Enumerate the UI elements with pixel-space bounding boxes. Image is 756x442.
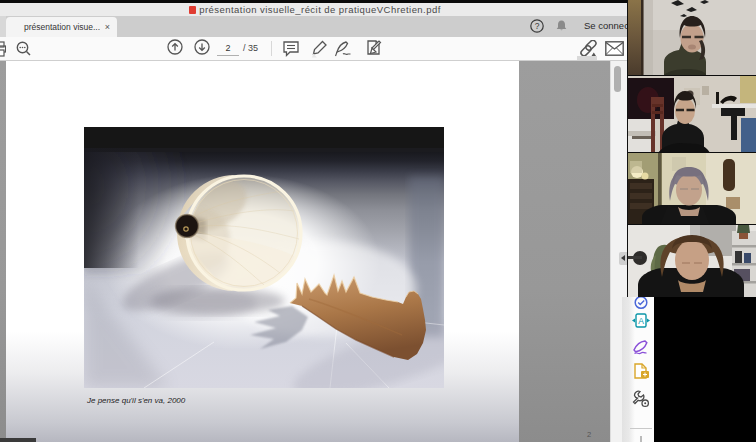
- svg-text:A: A: [638, 316, 644, 326]
- svg-text:?: ?: [535, 21, 540, 31]
